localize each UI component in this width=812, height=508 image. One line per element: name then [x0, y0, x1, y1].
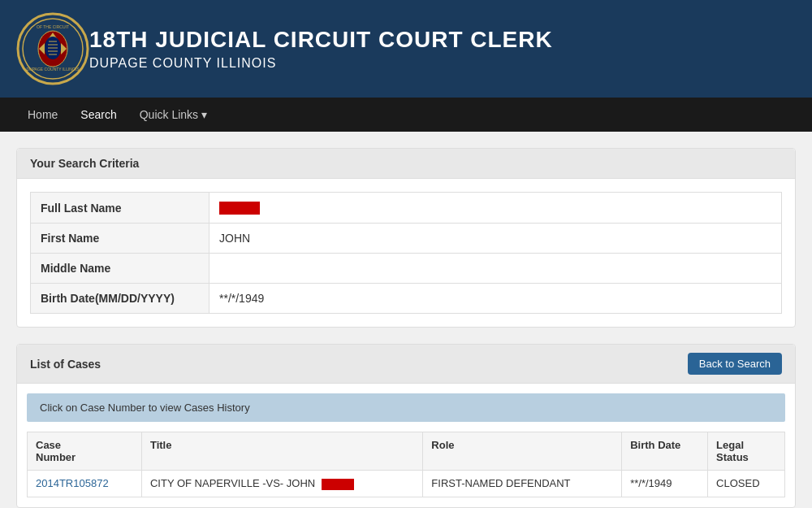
cases-panel-header: List of Cases Back to Search: [17, 345, 795, 384]
cell-title: CITY OF NAPERVILLE -VS- JOHN: [141, 471, 422, 497]
criteria-label-birthdate: Birth Date(MM/DD/YYYY): [31, 284, 209, 314]
title-prefix: CITY OF NAPERVILLE -VS- JOHN: [150, 477, 315, 489]
criteria-label-lastname: Full Last Name: [31, 193, 209, 224]
case-number-link[interactable]: 2014TR105872: [36, 477, 109, 489]
col-header-role: Role: [423, 432, 622, 471]
criteria-value-birthdate: **/*/1949: [209, 284, 782, 314]
col-header-title: Title: [141, 432, 422, 471]
dropdown-arrow-icon: ▾: [201, 108, 207, 121]
svg-text:OF THE CIRCUIT: OF THE CIRCUIT: [37, 24, 69, 29]
header-subtitle: DUPAGE COUNTY ILLINOIS: [89, 56, 553, 71]
criteria-value-firstname: JOHN: [209, 224, 782, 254]
cell-birth-date: **/*/1949: [622, 471, 708, 497]
cell-role: FIRST-NAMED DEFENDANT: [423, 471, 622, 497]
search-criteria-header: Your Search Criteria: [17, 149, 795, 179]
table-row: 2014TR105872 CITY OF NAPERVILLE -VS- JOH…: [28, 471, 785, 497]
header-title: 18TH JUDICIAL CIRCUIT COURT CLERK: [89, 27, 553, 53]
main-content: Your Search Criteria Full Last Name Firs…: [0, 132, 812, 508]
criteria-table: Full Last Name First Name JOHN Middle Na…: [30, 192, 782, 314]
main-nav: Home Search Quick Links ▾: [0, 98, 812, 132]
cases-panel-title: List of Cases: [30, 358, 101, 371]
criteria-row-lastname: Full Last Name: [31, 193, 782, 224]
criteria-label-middlename: Middle Name: [31, 254, 209, 284]
cases-panel: List of Cases Back to Search Click on Ca…: [16, 344, 796, 508]
col-header-birth-date: Birth Date: [622, 432, 708, 471]
cases-info-bar: Click on Case Number to view Cases Histo…: [27, 393, 785, 422]
redacted-block-lastname: [219, 202, 260, 215]
cases-table: CaseNumber Title Role Birth Date LegalSt…: [27, 432, 785, 497]
nav-quick-links[interactable]: Quick Links ▾: [128, 98, 218, 132]
criteria-label-firstname: First Name: [31, 224, 209, 254]
nav-search[interactable]: Search: [69, 98, 127, 132]
col-header-legal-status: LegalStatus: [708, 432, 785, 471]
criteria-row-firstname: First Name JOHN: [31, 224, 782, 254]
criteria-row-birthdate: Birth Date(MM/DD/YYYY) **/*/1949: [31, 284, 782, 314]
criteria-row-middlename: Middle Name: [31, 254, 782, 284]
header-text-block: 18TH JUDICIAL CIRCUIT COURT CLERK DUPAGE…: [89, 27, 553, 71]
search-criteria-panel: Your Search Criteria Full Last Name Firs…: [16, 148, 796, 328]
court-seal: OF THE CIRCUIT DUPAGE COUNTY ILLINOIS: [16, 12, 89, 85]
nav-home[interactable]: Home: [16, 98, 69, 132]
page-header: OF THE CIRCUIT DUPAGE COUNTY ILLINOIS 18…: [0, 0, 812, 98]
svg-text:DUPAGE COUNTY ILLINOIS: DUPAGE COUNTY ILLINOIS: [26, 67, 80, 72]
search-criteria-body: Full Last Name First Name JOHN Middle Na…: [17, 179, 795, 327]
cell-case-number: 2014TR105872: [28, 471, 142, 497]
redacted-block-title: [322, 479, 354, 490]
criteria-value-lastname: [209, 193, 782, 224]
back-to-search-button[interactable]: Back to Search: [688, 353, 782, 375]
cell-legal-status: CLOSED: [708, 471, 785, 497]
cases-table-header-row: CaseNumber Title Role Birth Date LegalSt…: [28, 432, 785, 471]
criteria-value-middlename: [209, 254, 782, 284]
col-header-case-number: CaseNumber: [28, 432, 142, 471]
